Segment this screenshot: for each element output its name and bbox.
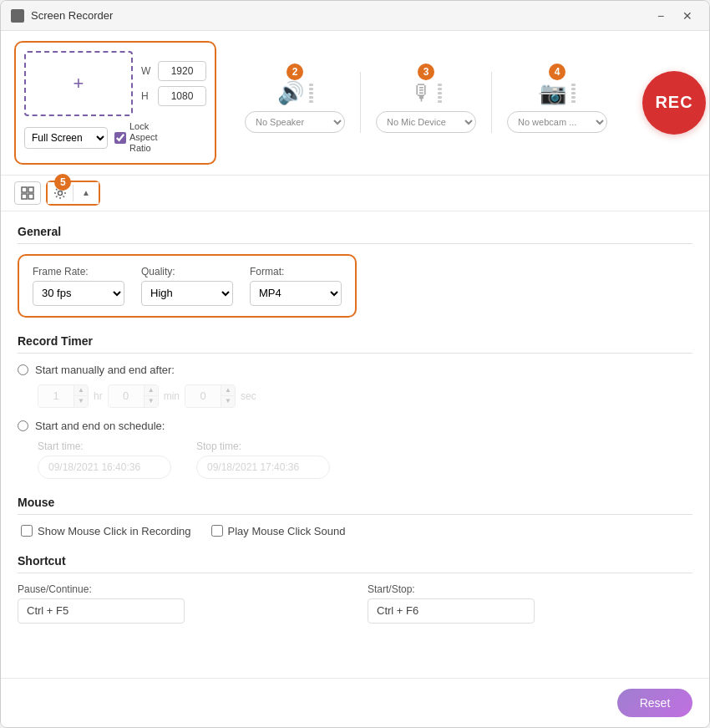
min-down-button[interactable]: ▼ xyxy=(145,396,158,407)
add-region-icon: + xyxy=(74,73,84,94)
schedule-row: Start time: Stop time: xyxy=(18,440,692,479)
sec-up-button[interactable]: ▲ xyxy=(221,385,235,396)
speaker-bars xyxy=(309,84,313,103)
badge-4: 4 xyxy=(549,64,565,80)
layout-button[interactable] xyxy=(14,181,41,205)
min-up-button[interactable]: ▲ xyxy=(145,385,158,396)
webcam-select[interactable]: No webcam ... Default Webcam xyxy=(507,111,607,133)
min-spinners: ▲ ▼ xyxy=(144,385,158,407)
window-title: Screen Recorder xyxy=(31,9,113,22)
settings-toolbar-group: 5 ▲ xyxy=(46,181,100,206)
minimize-button[interactable]: − xyxy=(649,6,672,26)
webcam-top: 📷 xyxy=(540,80,576,106)
close-button[interactable]: ✕ xyxy=(676,6,699,26)
mouse-section: Mouse Show Mouse Click in Recording Play… xyxy=(18,496,692,537)
bar5 xyxy=(309,100,313,103)
top-panel: + W H Full Screen Custom Region xyxy=(1,31,709,176)
screen-preview[interactable]: + xyxy=(24,51,133,116)
schedule-timer-label: Start and end on schedule: xyxy=(35,420,165,432)
start-time-input[interactable] xyxy=(38,456,171,479)
screen-mode-select[interactable]: Full Screen Custom Region Window xyxy=(24,127,108,149)
hr-label: hr xyxy=(94,390,103,402)
hour-input[interactable] xyxy=(38,389,74,402)
speaker-column: 2 🔊 No Speaker Default Speaker xyxy=(230,72,361,133)
general-section: General Frame Rate: 15 fps 20 fps 30 fps… xyxy=(18,225,692,318)
svg-rect-3 xyxy=(28,194,33,199)
svg-rect-0 xyxy=(22,187,27,192)
bar5 xyxy=(438,100,442,103)
svg-rect-2 xyxy=(22,194,27,199)
settings-content: General Frame Rate: 15 fps 20 fps 30 fps… xyxy=(1,211,709,678)
hour-up-button[interactable]: ▲ xyxy=(74,385,88,396)
webcam-bars xyxy=(571,84,576,103)
click-sound-label: Play Mouse Click Sound xyxy=(228,525,346,537)
show-click-group: Show Mouse Click in Recording xyxy=(21,525,191,537)
shortcut-section: Shortcut Pause/Continue: Start/Stop: xyxy=(18,554,692,624)
startstop-input[interactable] xyxy=(368,598,535,624)
sec-input[interactable] xyxy=(185,389,221,402)
shortcut-grid: Pause/Continue: Start/Stop: xyxy=(18,583,692,624)
frame-rate-select[interactable]: 15 fps 20 fps 30 fps 60 fps xyxy=(33,281,124,306)
bar4 xyxy=(309,96,313,99)
webcam-column: 4 📷 No webcam ... Default Webcam xyxy=(492,72,622,133)
sec-spinners: ▲ ▼ xyxy=(221,385,235,407)
startstop-label: Start/Stop: xyxy=(368,583,692,595)
shortcut-header: Shortcut xyxy=(18,554,692,573)
bar4 xyxy=(438,96,442,99)
bar1 xyxy=(571,84,576,86)
app-icon xyxy=(11,9,24,23)
frame-rate-label: Frame Rate: xyxy=(33,266,124,277)
schedule-timer-radio[interactable] xyxy=(18,420,28,431)
hour-down-button[interactable]: ▼ xyxy=(74,396,88,407)
reset-button[interactable]: Reset xyxy=(617,689,692,717)
speaker-select[interactable]: No Speaker Default Speaker xyxy=(245,111,345,133)
mic-bars xyxy=(438,84,442,103)
bar5 xyxy=(571,100,576,103)
frame-rate-group: Frame Rate: 15 fps 20 fps 30 fps 60 fps xyxy=(33,266,124,306)
rec-button[interactable]: REC xyxy=(642,71,706,135)
bar2 xyxy=(571,88,576,90)
lock-aspect-checkbox[interactable] xyxy=(114,132,126,144)
stop-time-input[interactable] xyxy=(196,456,330,479)
timer-section: Record Timer Start manually and end afte… xyxy=(18,334,692,479)
speaker-icon: 🔊 xyxy=(277,80,304,106)
show-click-checkbox[interactable] xyxy=(21,525,33,537)
click-sound-checkbox[interactable] xyxy=(211,525,223,537)
svg-point-4 xyxy=(58,191,63,195)
stop-time-label: Stop time: xyxy=(196,440,330,452)
show-click-label: Show Mouse Click in Recording xyxy=(38,525,191,537)
width-input[interactable] xyxy=(158,61,206,81)
format-group: Format: MP4 AVI MOV FLV xyxy=(250,266,342,306)
general-settings-row: Frame Rate: 15 fps 20 fps 30 fps 60 fps … xyxy=(18,254,357,318)
height-input[interactable] xyxy=(158,86,206,106)
bar2 xyxy=(309,88,313,90)
badge-3: 3 xyxy=(418,64,434,80)
settings-dropdown-button[interactable]: ▲ xyxy=(74,182,99,204)
width-row: W xyxy=(141,61,206,81)
min-input-group: ▲ ▼ xyxy=(108,384,159,408)
mic-top: 🎙 xyxy=(411,80,442,106)
quality-group: Quality: Low Medium High xyxy=(141,266,233,306)
sec-down-button[interactable]: ▼ xyxy=(221,396,235,407)
mic-select[interactable]: No Mic Device Default Microphone xyxy=(376,111,476,133)
format-label: Format: xyxy=(250,266,342,277)
hour-spinners: ▲ ▼ xyxy=(74,385,88,407)
main-window: Screen Recorder − ✕ + W H xyxy=(0,0,710,728)
chevron-up-icon: ▲ xyxy=(82,188,90,197)
time-inputs-row: ▲ ▼ hr ▲ ▼ min ▲ ▼ xyxy=(18,384,692,408)
click-sound-group: Play Mouse Click Sound xyxy=(211,525,346,537)
stop-time-group: Stop time: xyxy=(196,440,330,479)
pause-input[interactable] xyxy=(18,598,185,624)
format-select[interactable]: MP4 AVI MOV FLV xyxy=(250,281,342,306)
pause-shortcut-group: Pause/Continue: xyxy=(18,583,342,624)
bar1 xyxy=(309,84,313,86)
bar2 xyxy=(438,88,442,90)
manual-timer-radio[interactable] xyxy=(18,364,28,375)
quality-select[interactable]: Low Medium High xyxy=(141,281,233,306)
screen-bottom-row: Full Screen Custom Region Window Lock As… xyxy=(24,121,206,155)
start-time-group: Start time: xyxy=(38,440,171,479)
bottom-bar: Reset xyxy=(1,678,709,727)
general-header: General xyxy=(18,225,692,244)
min-input[interactable] xyxy=(109,389,144,402)
start-time-label: Start time: xyxy=(38,440,171,452)
